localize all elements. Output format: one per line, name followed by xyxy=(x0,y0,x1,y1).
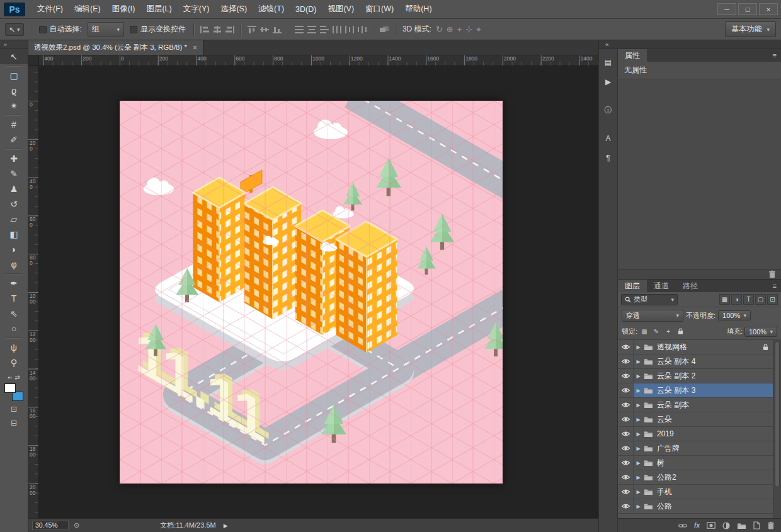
visibility-toggle[interactable] xyxy=(618,412,634,426)
tool-preset-button[interactable]: ↖ ▾ xyxy=(5,23,24,36)
toolbar-collapse-icon[interactable]: » xyxy=(0,40,28,49)
distribute-bottom-icon[interactable] xyxy=(319,25,329,34)
menu-select[interactable]: 选择(S) xyxy=(215,1,253,17)
spot-healing-tool[interactable]: ✚ xyxy=(0,151,28,166)
zoom-tool[interactable]: ⚲ xyxy=(0,355,28,370)
tab-properties[interactable]: 属性 xyxy=(618,49,647,62)
lock-transparent-pixels-icon[interactable]: ▦ xyxy=(639,327,649,336)
quick-mask-button[interactable]: ⊡ xyxy=(0,402,28,416)
layer-row-selected[interactable]: ▶云朵 副本 3 xyxy=(618,383,781,398)
align-horizontal-center-icon[interactable] xyxy=(212,25,222,34)
status-flyout-icon[interactable]: ▶ xyxy=(224,523,228,529)
delete-icon[interactable] xyxy=(768,270,776,278)
layer-row[interactable]: ▶公路2 xyxy=(618,470,781,485)
clone-stamp-tool[interactable]: ♟ xyxy=(0,181,28,196)
history-brush-tool[interactable]: ↺ xyxy=(0,196,28,212)
menu-view[interactable]: 视图(V) xyxy=(322,1,360,17)
panel-menu-icon[interactable]: ≡ xyxy=(768,49,781,62)
crop-tool[interactable]: # xyxy=(0,117,28,132)
brush-tool[interactable]: ✎ xyxy=(0,166,28,181)
delete-layer-icon[interactable] xyxy=(767,521,775,529)
align-right-icon[interactable] xyxy=(225,25,235,34)
layer-row[interactable]: ▶透视网格 xyxy=(618,340,781,354)
visibility-toggle[interactable] xyxy=(618,340,634,354)
expand-icon[interactable]: ▶ xyxy=(634,388,643,393)
ruler-origin-corner[interactable] xyxy=(28,55,39,66)
align-left-icon[interactable] xyxy=(200,25,210,34)
distribute-top-icon[interactable] xyxy=(294,25,304,34)
menu-window[interactable]: 窗口(W) xyxy=(360,1,399,17)
panel-menu-icon[interactable]: ≡ xyxy=(768,280,781,292)
zoom-level-input[interactable]: 30.45% xyxy=(32,521,69,530)
expand-icon[interactable]: ▶ xyxy=(634,417,643,422)
3d-scale-icon[interactable]: ⌖ xyxy=(476,25,481,35)
screen-mode-button[interactable]: ⊟ xyxy=(0,416,28,430)
actions-panel-icon[interactable]: ▶ xyxy=(601,75,615,89)
expand-icon[interactable]: ▶ xyxy=(634,344,643,350)
lasso-tool[interactable]: ϱ xyxy=(0,83,28,98)
expand-icon[interactable]: ▶ xyxy=(634,359,643,365)
visibility-toggle[interactable] xyxy=(618,456,634,470)
3d-roll-icon[interactable]: ⊕ xyxy=(447,25,453,34)
foreground-color-swatch[interactable] xyxy=(4,383,16,393)
layer-row[interactable]: ▶云朵 xyxy=(618,412,781,427)
visibility-toggle[interactable] xyxy=(618,354,634,368)
auto-align-icon[interactable] xyxy=(379,25,389,34)
align-vertical-center-icon[interactable] xyxy=(259,25,270,34)
lock-image-pixels-icon[interactable]: ✎ xyxy=(651,327,661,336)
3d-slide-icon[interactable]: ⊹ xyxy=(465,25,472,34)
visibility-toggle[interactable] xyxy=(618,441,634,455)
rectangular-marquee-tool[interactable]: ▢ xyxy=(0,68,28,83)
auto-select-checkbox[interactable]: 自动选择: xyxy=(39,24,82,35)
visibility-toggle[interactable] xyxy=(618,369,634,383)
filter-pixel-layers-icon[interactable]: ▦ xyxy=(719,294,730,305)
visibility-toggle[interactable] xyxy=(618,398,634,412)
align-top-icon[interactable] xyxy=(247,25,257,34)
3d-pan-icon[interactable]: + xyxy=(457,25,462,34)
tab-channels[interactable]: 通道 xyxy=(647,280,676,292)
blend-mode-dropdown[interactable]: 穿透▾ xyxy=(622,310,683,322)
workspace-switcher[interactable]: 基本功能▾ xyxy=(725,21,776,37)
ellipse-tool[interactable]: ○ xyxy=(0,321,28,336)
distribute-horizontal-center-icon[interactable] xyxy=(345,25,355,34)
paragraph-panel-icon[interactable]: ¶ xyxy=(601,151,615,165)
expand-icon[interactable]: ▶ xyxy=(634,489,643,495)
type-tool[interactable]: T xyxy=(0,291,28,306)
menu-file[interactable]: 文件(F) xyxy=(31,1,69,17)
filter-shape-layers-icon[interactable]: ▢ xyxy=(755,294,766,305)
scrollbar-thumb[interactable] xyxy=(775,341,780,487)
character-panel-icon[interactable]: A xyxy=(601,132,615,145)
menu-filter[interactable]: 滤镜(T) xyxy=(253,1,290,17)
path-selection-tool[interactable]: ⇖ xyxy=(0,306,28,321)
3d-rotate-icon[interactable]: ↻ xyxy=(436,25,443,34)
info-panel-icon[interactable]: ⓘ xyxy=(601,103,615,117)
align-bottom-icon[interactable] xyxy=(272,25,282,34)
fill-input[interactable]: 100%▾ xyxy=(744,327,777,337)
default-colors-icon[interactable]: ▪▫ xyxy=(8,374,12,381)
minimize-button[interactable]: ─ xyxy=(717,3,736,15)
close-button[interactable]: × xyxy=(759,3,778,15)
distribute-left-icon[interactable] xyxy=(332,25,342,34)
layer-row[interactable]: ▶手机 xyxy=(618,485,781,499)
new-group-icon[interactable] xyxy=(737,522,746,529)
filter-smart-objects-icon[interactable]: ⊡ xyxy=(767,294,778,305)
add-mask-icon[interactable] xyxy=(707,522,715,529)
swap-colors-icon[interactable]: ⇄ xyxy=(14,374,20,381)
menu-type[interactable]: 文字(Y) xyxy=(178,1,215,17)
visibility-toggle[interactable] xyxy=(618,427,634,441)
auto-select-target-dropdown[interactable]: 组▾ xyxy=(88,22,124,37)
distribute-vertical-center-icon[interactable] xyxy=(307,25,317,34)
filter-type-layers-icon[interactable]: T xyxy=(743,294,754,305)
document-tab[interactable]: 透视效果2.psd @ 30.4% (云朵 副本 3, RGB/8) * × xyxy=(28,40,203,55)
layer-row[interactable]: ▶广告牌 xyxy=(618,441,781,456)
visibility-toggle[interactable] xyxy=(618,485,634,499)
collapse-panels-icon[interactable]: « xyxy=(605,41,609,48)
document-canvas[interactable]: 11.11 11.11 xyxy=(39,66,598,518)
close-tab-icon[interactable]: × xyxy=(193,43,197,52)
eyedropper-tool[interactable]: ✐ xyxy=(0,132,28,147)
layers-scrollbar[interactable] xyxy=(773,340,781,518)
pen-tool[interactable]: ✒ xyxy=(0,276,28,291)
lock-position-icon[interactable]: + xyxy=(663,327,673,336)
filter-adjustment-layers-icon[interactable]: ◑ xyxy=(731,294,742,305)
horizontal-ruler[interactable]: 4002000200400600800100012001400160018002… xyxy=(39,55,598,66)
